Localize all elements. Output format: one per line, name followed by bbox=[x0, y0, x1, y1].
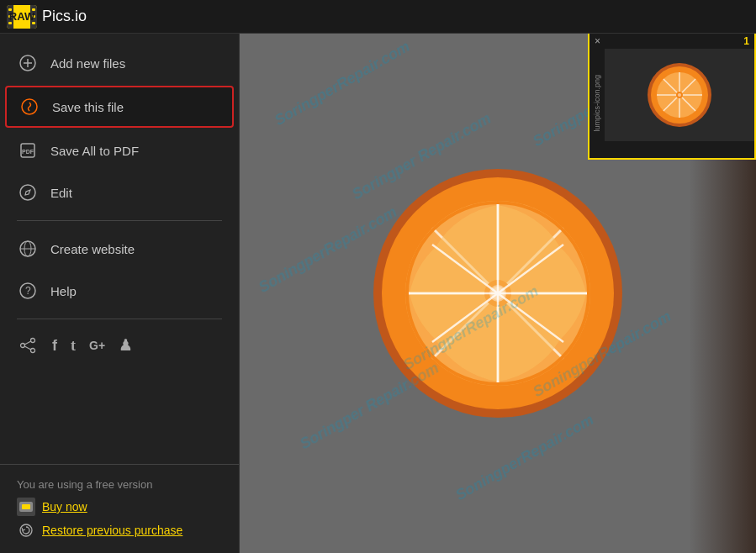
sidebar-item-save-all-pdf[interactable]: PDF Save All to PDF bbox=[0, 129, 239, 171]
buy-now-icon bbox=[17, 498, 35, 516]
thumbnail-svg bbox=[646, 61, 713, 129]
app-header: RAW Pics.io bbox=[0, 0, 756, 34]
svg-text:PDF: PDF bbox=[22, 149, 34, 155]
sidebar-item-create-website[interactable]: Create website bbox=[0, 228, 239, 270]
sidebar-footer: You are using a free version Buy now bbox=[0, 464, 239, 553]
thumbnail-count: 1 bbox=[743, 35, 749, 47]
content-area: SoringperRepair.com Soringper Repair.com… bbox=[240, 34, 756, 553]
edit-label: Edit bbox=[50, 186, 72, 200]
restore-icon bbox=[17, 521, 35, 540]
svg-line-15 bbox=[24, 341, 31, 345]
logo-box: RAW Pics.io bbox=[7, 5, 87, 29]
svg-point-6 bbox=[20, 185, 35, 200]
website-icon bbox=[17, 238, 39, 260]
thumbnail-image-area bbox=[605, 49, 754, 141]
sidebar: Add new files Save this file PDF bbox=[0, 34, 240, 553]
svg-rect-18 bbox=[22, 504, 30, 509]
logo-icon: RAW bbox=[7, 5, 37, 29]
sidebar-item-help[interactable]: ? Help bbox=[0, 270, 239, 312]
main-layout: Add new files Save this file PDF bbox=[0, 34, 756, 553]
thumbnail-close-button[interactable]: × bbox=[595, 35, 600, 47]
svg-line-16 bbox=[24, 346, 31, 350]
thumbnail-body: lumpics-icon.png bbox=[589, 49, 754, 158]
add-icon bbox=[17, 52, 39, 74]
restore-link[interactable]: Restore previous purchase bbox=[42, 524, 182, 537]
share-row: f t G+ ♟ bbox=[0, 326, 239, 365]
svg-point-19 bbox=[20, 524, 32, 536]
svg-point-13 bbox=[21, 344, 25, 348]
thumbnail-filename: lumpics-icon.png bbox=[593, 75, 601, 132]
menu-divider-2 bbox=[17, 319, 222, 319]
restore-row: Restore previous purchase bbox=[17, 521, 222, 540]
sidebar-menu: Add new files Save this file PDF bbox=[0, 34, 239, 464]
help-label: Help bbox=[50, 284, 77, 298]
svg-text:?: ? bbox=[25, 285, 31, 297]
create-website-label: Create website bbox=[50, 242, 135, 256]
app-title: Pics.io bbox=[42, 8, 87, 25]
facebook-icon[interactable]: f bbox=[52, 337, 57, 355]
help-icon: ? bbox=[17, 280, 39, 302]
save-all-pdf-label: Save All to PDF bbox=[50, 144, 139, 158]
buy-now-row: Buy now bbox=[17, 498, 222, 516]
tumblr-icon[interactable]: t bbox=[71, 337, 76, 355]
thumbnail-header: × 1 bbox=[589, 34, 754, 49]
sidebar-item-add-new-files[interactable]: Add new files bbox=[0, 42, 239, 84]
sidebar-item-edit[interactable]: Edit bbox=[0, 171, 239, 213]
save-icon bbox=[19, 96, 40, 118]
menu-divider bbox=[17, 220, 222, 221]
free-version-text: You are using a free version bbox=[17, 478, 222, 491]
save-this-file-label: Save this file bbox=[52, 100, 124, 114]
thumbnail-filename-label: lumpics-icon.png bbox=[589, 49, 605, 158]
orange-svg bbox=[367, 163, 628, 424]
add-new-files-label: Add new files bbox=[50, 56, 125, 71]
pdf-icon: PDF bbox=[17, 140, 39, 161]
svg-point-38 bbox=[489, 285, 506, 302]
svg-point-14 bbox=[31, 349, 35, 353]
logo-raw-text: RAW bbox=[9, 10, 34, 23]
share-icon bbox=[17, 334, 39, 356]
sidebar-item-save-this-file[interactable]: Save this file bbox=[5, 86, 234, 128]
pinterest-icon[interactable]: ♟ bbox=[119, 336, 132, 355]
buy-now-link[interactable]: Buy now bbox=[42, 500, 87, 514]
googleplus-icon[interactable]: G+ bbox=[89, 339, 105, 352]
edit-icon bbox=[17, 182, 39, 203]
thumbnail-panel: × 1 lumpics-icon.png bbox=[588, 34, 756, 160]
svg-point-12 bbox=[31, 339, 35, 343]
svg-point-47 bbox=[678, 93, 681, 97]
